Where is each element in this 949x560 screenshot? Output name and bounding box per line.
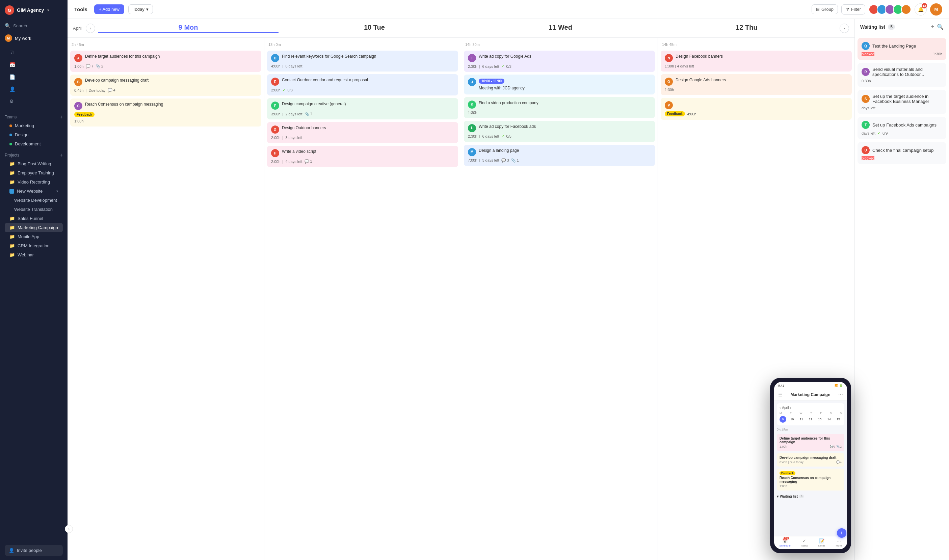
sidebar-item-webinar[interactable]: 📁 Webinar (5, 250, 63, 259)
phone-day-14[interactable]: 14 (826, 416, 833, 423)
filter-icon: ⧩ (846, 7, 849, 12)
check-icon: ☑ (9, 50, 14, 55)
sidebar-collapse-button[interactable]: › (65, 525, 73, 533)
wl-item-1[interactable]: Q Test the Landing Page blocked 1:30h (858, 38, 946, 60)
phone-tab-schedule[interactable]: 📅 13 Schedule (779, 538, 790, 547)
sidebar-search[interactable]: 🔍 Search... (0, 20, 68, 31)
calendar-icon: 📅 (9, 62, 15, 68)
calendar-nav-next[interactable]: › (839, 24, 849, 33)
invite-people-button[interactable]: 👤 Invite people (5, 545, 63, 556)
folder-icon-marketing: 📁 (9, 225, 15, 230)
col-hours-tue: 13h 0m (267, 41, 458, 48)
sidebar-my-work[interactable]: M My work (0, 31, 68, 45)
phone-day-10[interactable]: 10 (789, 416, 795, 423)
phone-fab-button[interactable]: + (837, 528, 846, 538)
sidebar: G GIM Agency ▾ 🔍 Search... M My work ☑ 📅… (0, 0, 68, 560)
phone-task-card-3[interactable]: Feedback Reach Consensus on campaign mes… (777, 469, 844, 491)
add-project-button[interactable]: + (60, 152, 63, 158)
projects-section-header[interactable]: Projects + (5, 152, 63, 158)
task-title-11: Find a video production company (479, 100, 651, 106)
task-card-11[interactable]: K Find a video production company 1:30h (464, 97, 655, 118)
phone-tab-notes[interactable]: 📝 Notes (818, 538, 826, 547)
today-button[interactable]: Today ▾ (128, 5, 153, 14)
project-name-sales: Sales Funnel (17, 216, 43, 221)
sidebar-item-website-dev[interactable]: Website Development (5, 196, 63, 205)
phone-tab-more[interactable]: ⋯ More (836, 538, 842, 547)
sidebar-item-sales-funnel[interactable]: 📁 Sales Funnel (5, 214, 63, 223)
task-card-8[interactable]: H Write a video script 2:00h | 4 days le… (267, 146, 458, 167)
sidebar-item-development[interactable]: Development (5, 139, 63, 148)
wl-item-5[interactable]: U Check the final campaign setup blocked (858, 142, 946, 164)
waiting-list-add-button[interactable]: + (931, 24, 934, 30)
invite-icon: 👤 (9, 548, 14, 553)
user-avatar[interactable]: M (930, 3, 942, 15)
phone-tab-tasks[interactable]: ✓ Tasks (801, 538, 807, 547)
filter-button[interactable]: ⧩ Filter (841, 5, 865, 14)
sidebar-item-new-website[interactable]: New Website ▾ (5, 186, 63, 196)
calendar-nav-prev[interactable]: ‹ (86, 24, 95, 33)
task-title-15: Design Google Ads banners (676, 78, 848, 83)
sidebar-item-website-trans[interactable]: Website Translation (5, 205, 63, 214)
task-card-2[interactable]: B Develop campaign messaging draft 0:45h… (70, 75, 261, 96)
wl-avatar-4: T (861, 121, 870, 129)
sidebar-icon-settings[interactable]: ⚙ (5, 95, 63, 107)
wl-item-3[interactable]: S Set up the target audience in Facebook… (858, 90, 946, 114)
task-time-3: 1:00h (74, 119, 257, 123)
cal-day-header-11: 11 Wed (468, 24, 654, 33)
task-card-3[interactable]: C Reach Consensus on campaign messaging … (70, 98, 261, 126)
phone-header: ☰ Marketing Campaign ⋯ (774, 389, 847, 400)
phone-day-11[interactable]: 11 (798, 416, 805, 423)
sidebar-item-blog-post[interactable]: 📁 Blog Post Writing (5, 159, 63, 168)
sidebar-item-marketing[interactable]: Marketing (5, 121, 63, 130)
wl-item-2[interactable]: R Send visual materials and specificatio… (858, 63, 946, 87)
sidebar-icon-calendar[interactable]: 📅 (5, 59, 63, 71)
waiting-list-actions: + 🔍 (931, 24, 944, 30)
phone-day-12[interactable]: 12 (807, 416, 814, 423)
phone-day-13[interactable]: 13 (816, 416, 823, 423)
task-card-12[interactable]: L Write ad copy for Facebook ads 2:30h |… (464, 121, 655, 142)
task-card-14[interactable]: N Design Facebook banners 1:30h | 4 days… (661, 51, 852, 72)
phone-task-card-2[interactable]: Develop campaign messaging draft 0:45h |… (777, 453, 844, 466)
group-button[interactable]: ⊞ Group (812, 5, 838, 14)
search-placeholder: Search... (13, 23, 31, 28)
sidebar-item-video-recording[interactable]: 📁 Video Recording (5, 177, 63, 186)
phone-cal-prev[interactable]: ‹ (779, 406, 781, 409)
task-card-7[interactable]: G Design Outdoor banners 2:00h | 3 days … (267, 122, 458, 143)
task-title-9: Write ad copy for Google Ads (479, 54, 651, 59)
task-card-1[interactable]: A Define target audiences for this campa… (70, 51, 261, 72)
sidebar-icon-doc[interactable]: 📄 (5, 71, 63, 83)
task-card-9[interactable]: I Write ad copy for Google Ads 2:30h | 6… (464, 51, 655, 72)
task-card-4[interactable]: D Find relevant keywords for Google Sear… (267, 51, 458, 72)
sidebar-item-design[interactable]: Design (5, 130, 63, 139)
add-team-button[interactable]: + (60, 114, 63, 120)
phone-days-header: MTWTFSS (779, 412, 842, 415)
notes-icon: 📝 (819, 538, 824, 543)
phone-day-15[interactable]: 15 (835, 416, 842, 423)
task-card-13[interactable]: M Design a landing page 7:00h | 3 days l… (464, 145, 655, 166)
document-icon: 📄 (9, 74, 15, 80)
waiting-list-search-button[interactable]: 🔍 (937, 24, 944, 30)
feedback-badge-3: Feedback (74, 112, 94, 117)
task-card-6[interactable]: F Design campaign creative (general) 3:0… (267, 98, 458, 119)
task-card-16[interactable]: P Feedback 4:00h (661, 98, 852, 120)
sidebar-item-marketing-campaign[interactable]: 📁 Marketing Campaign (5, 223, 63, 232)
phone-chevron-icon: ▾ (777, 495, 779, 498)
task-card-15[interactable]: O Design Google Ads banners 1:30h (661, 74, 852, 95)
phone-cal-next[interactable]: › (790, 406, 791, 409)
sidebar-item-crm[interactable]: 📁 CRM Integration (5, 241, 63, 250)
sidebar-logo[interactable]: G GIM Agency ▾ (0, 0, 68, 20)
toolbar: Tools + Add new Today ▾ ⊞ Group ⧩ Filter (68, 0, 949, 19)
phone-task-card-1[interactable]: Define target audiences for this campaig… (777, 434, 844, 451)
sidebar-icon-check[interactable]: ☑ (5, 46, 63, 59)
teams-section-header[interactable]: Teams + (5, 114, 63, 120)
notifications-button[interactable]: 🔔 12 (915, 3, 927, 15)
phone-day-9[interactable]: 9 (779, 416, 786, 423)
cal-day-header-10: 10 Tue (281, 24, 467, 33)
task-card-10[interactable]: J 10:00 - 11:00 Meeting with JCD agency (464, 75, 655, 94)
sidebar-item-mobile-app[interactable]: 📁 Mobile App (5, 232, 63, 241)
task-card-5[interactable]: E Contact Ourdoor vendor and request a p… (267, 74, 458, 95)
sidebar-icon-person[interactable]: 👤 (5, 83, 63, 95)
add-new-button[interactable]: + Add new (94, 5, 124, 14)
wl-item-4[interactable]: T Set up Facebook Ads campaigns days lef… (858, 117, 946, 139)
sidebar-item-employee-training[interactable]: 📁 Employee Training (5, 168, 63, 177)
